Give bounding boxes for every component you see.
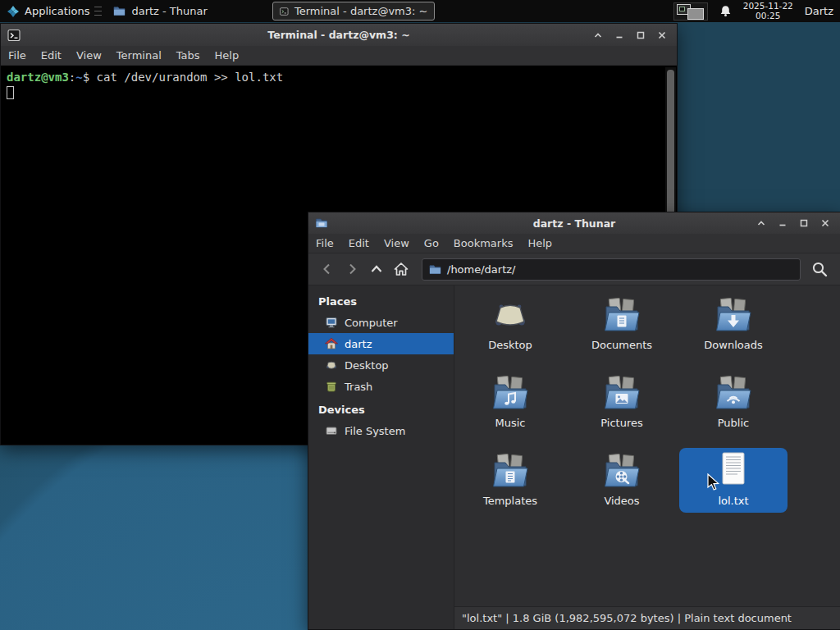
taskbar-button-label: dartz - Thunar	[131, 5, 207, 17]
folder-icon	[429, 264, 441, 275]
terminal-icon	[7, 29, 21, 42]
terminal-icon	[280, 6, 289, 17]
shade-button[interactable]	[590, 28, 606, 43]
pictures-folder-icon	[602, 374, 641, 413]
taskbar-button-label: Terminal - dartz@vm3: ~	[294, 5, 427, 17]
home-button[interactable]	[390, 258, 412, 280]
menu-edit[interactable]: Edit	[34, 47, 69, 64]
file-item-desktop[interactable]: Desktop	[456, 292, 564, 357]
maximize-button[interactable]	[796, 216, 812, 231]
trash-icon	[325, 380, 338, 393]
menu-terminal[interactable]: Terminal	[109, 47, 169, 64]
forward-button[interactable]	[341, 258, 363, 280]
file-item-music[interactable]: Music	[456, 370, 564, 435]
tasklist-handle[interactable]	[94, 7, 102, 16]
file-item-downloads[interactable]: Downloads	[679, 292, 788, 357]
clock-time: 00:25	[743, 11, 793, 21]
folder-icon	[113, 6, 126, 16]
sidebar-item-desktop[interactable]: Desktop	[308, 354, 454, 376]
close-button[interactable]	[654, 28, 670, 43]
menu-file[interactable]: File	[1, 47, 34, 64]
thunar-menubar: File Edit View Go Bookmarks Help	[308, 234, 840, 253]
menu-help[interactable]: Help	[208, 47, 247, 64]
location-path: /home/dartz/	[447, 263, 515, 276]
sidebar-item-label: File System	[345, 425, 405, 437]
prompt-user-host: dartz@vm3	[7, 71, 69, 84]
file-item-pictures[interactable]: Pictures	[568, 370, 676, 435]
sidebar-item-label: Computer	[345, 317, 398, 329]
sidebar-item-label: Desktop	[345, 359, 389, 372]
sidebar-item-filesystem[interactable]: File System	[308, 420, 454, 441]
terminal-menubar: File Edit View Terminal Tabs Help	[1, 46, 677, 66]
clock-date: 2025-11-22	[743, 2, 793, 11]
thunar-window: dartz - Thunar File Edit View Go Bookmar…	[308, 212, 840, 630]
terminal-titlebar[interactable]: Terminal - dartz@vm3: ~	[1, 24, 677, 46]
thunar-statusbar: "lol.txt" | 1.8 GiB (1,982,595,072 bytes…	[454, 606, 840, 629]
file-label: Videos	[568, 495, 676, 507]
close-button[interactable]	[817, 216, 833, 231]
shade-button[interactable]	[753, 216, 769, 231]
videos-folder-icon	[602, 452, 641, 491]
file-label: Music	[456, 417, 564, 429]
file-label: Documents	[568, 339, 676, 351]
file-label: Public	[679, 417, 788, 429]
top-panel: Applications dartz - Thunar Terminal - d…	[0, 0, 840, 22]
workspace-pager[interactable]	[673, 2, 708, 21]
menu-view[interactable]: View	[377, 235, 417, 252]
downloads-folder-icon	[714, 296, 753, 336]
file-item-templates[interactable]: Templates	[456, 448, 564, 513]
notification-bell-icon[interactable]	[719, 5, 732, 17]
templates-folder-icon	[491, 452, 530, 491]
menu-edit[interactable]: Edit	[341, 235, 377, 252]
file-item-public[interactable]: Public	[679, 370, 788, 435]
documents-folder-icon	[602, 296, 641, 336]
file-view[interactable]: Desktop Documents	[454, 285, 840, 606]
prompt-path: ~	[75, 71, 82, 84]
menu-go[interactable]: Go	[417, 235, 446, 252]
public-folder-icon	[714, 374, 753, 413]
computer-icon	[325, 316, 338, 329]
status-text: "lol.txt" | 1.8 GiB (1,982,595,072 bytes…	[462, 612, 792, 624]
menu-file[interactable]: File	[308, 235, 341, 252]
maximize-button[interactable]	[632, 28, 649, 43]
thunar-toolbar: /home/dartz/	[308, 253, 840, 285]
minimize-button[interactable]	[774, 216, 791, 231]
file-manager-icon	[315, 217, 328, 230]
applications-menu-label: Applications	[25, 5, 89, 17]
home-icon	[325, 337, 338, 350]
menu-view[interactable]: View	[69, 47, 109, 64]
taskbar-button-thunar[interactable]: dartz - Thunar	[107, 2, 269, 21]
file-item-loltxt[interactable]: lol.txt	[679, 448, 788, 513]
menu-tabs[interactable]: Tabs	[169, 47, 208, 64]
menu-help[interactable]: Help	[520, 235, 559, 252]
user-menu[interactable]: Dartz	[805, 5, 833, 17]
menu-bookmarks[interactable]: Bookmarks	[446, 235, 521, 252]
file-item-documents[interactable]: Documents	[568, 292, 676, 357]
file-label: Templates	[456, 495, 564, 507]
prompt-dollar: $	[83, 71, 97, 84]
distro-logo-icon	[7, 5, 20, 18]
terminal-cursor	[7, 86, 14, 99]
sidebar-item-computer[interactable]: Computer	[308, 312, 454, 333]
applications-menu-button[interactable]: Applications	[0, 0, 94, 22]
panel-clock[interactable]: 2025-11-22 00:25	[743, 2, 793, 21]
taskbar-button-terminal[interactable]: Terminal - dartz@vm3: ~	[272, 2, 435, 21]
sidebar-item-trash[interactable]: Trash	[308, 376, 454, 397]
sidebar-item-home[interactable]: dartz	[308, 333, 454, 354]
terminal-command: cat /dev/urandom >> lol.txt	[97, 71, 284, 84]
pager-mini-window-thunar	[687, 8, 704, 20]
thunar-titlebar[interactable]: dartz - Thunar	[308, 212, 840, 234]
minimize-button[interactable]	[611, 28, 628, 43]
search-icon	[811, 261, 829, 278]
music-folder-icon	[491, 374, 530, 413]
panel-tray: 2025-11-22 00:25 Dartz	[673, 0, 840, 22]
up-button[interactable]	[366, 258, 387, 280]
desktop-icon	[325, 358, 338, 372]
file-item-videos[interactable]: Videos	[568, 448, 676, 513]
search-button[interactable]	[807, 258, 832, 281]
location-bar[interactable]: /home/dartz/	[422, 258, 801, 281]
text-file-icon	[714, 452, 753, 491]
back-button[interactable]	[317, 258, 338, 280]
file-label: Pictures	[568, 417, 676, 429]
sidebar-item-label: Trash	[345, 381, 372, 393]
